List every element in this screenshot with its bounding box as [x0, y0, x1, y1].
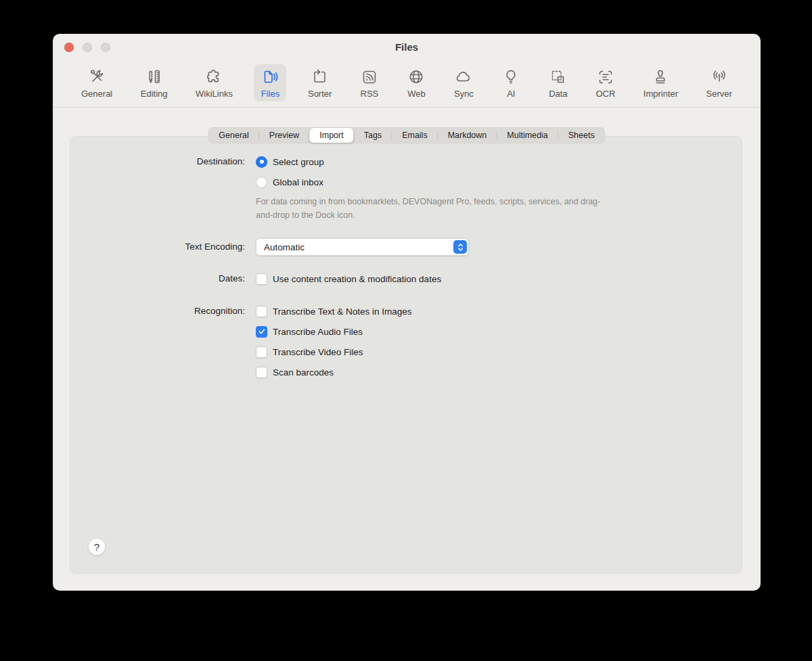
toolbar-item-files[interactable]: Files [254, 64, 286, 101]
toolbar-item-general[interactable]: General [74, 64, 119, 101]
tab-import[interactable]: Import [309, 128, 353, 143]
toolbar-item-label: RSS [361, 89, 379, 99]
rss-icon [360, 68, 379, 87]
checkbox-label: Transcribe Audio Files [273, 327, 363, 337]
desktop-background: Files General Editing WikiLinks Files [0, 0, 812, 661]
checkbox-label: Use content creation & modification date… [273, 274, 441, 284]
toolbar-item-label: Sync [454, 89, 474, 99]
dates-row: Dates: Use content creation & modificati… [70, 271, 742, 287]
checkbox-icon[interactable] [256, 273, 267, 285]
recognition-row: Recognition: Transcribe Text & Notes in … [70, 301, 742, 382]
help-button[interactable]: ? [88, 538, 106, 555]
tab-bar: General Preview Import Tags Emails Markd… [208, 127, 605, 143]
toolbar-item-label: AI [507, 89, 515, 99]
destination-label: Destination: [70, 152, 250, 172]
popup-chevrons-icon [453, 240, 467, 254]
radio-global-inbox[interactable]: Global inbox [256, 172, 601, 192]
toolbar-item-web[interactable]: Web [400, 64, 432, 101]
radio-button-icon[interactable] [256, 177, 267, 188]
import-settings-form: Destination: Select group Global inbox F… [70, 136, 742, 382]
title-bar[interactable]: Files [53, 34, 761, 60]
toolbar-item-ai[interactable]: AI [495, 64, 527, 101]
checkbox-scan-barcodes[interactable]: Scan barcodes [256, 362, 412, 382]
radio-label: Select group [273, 157, 324, 167]
document-waves-icon [261, 68, 279, 87]
toolbar-item-wikilinks[interactable]: WikiLinks [189, 64, 240, 101]
tab-sheets[interactable]: Sheets [558, 128, 605, 143]
preferences-content: Destination: Select group Global inbox F… [53, 108, 761, 591]
checkbox-icon[interactable] [256, 346, 267, 358]
checkbox-icon[interactable] [256, 367, 267, 378]
toolbar-item-data[interactable]: Data [542, 64, 574, 101]
window-title: Files [53, 41, 761, 53]
toolbar-item-sync[interactable]: Sync [447, 64, 480, 101]
toolbar-item-label: Sorter [308, 89, 332, 99]
cloud-icon [454, 68, 473, 87]
antenna-waves-icon [710, 68, 729, 87]
toolbar-item-imprinter[interactable]: Imprinter [637, 64, 685, 101]
lightbulb-icon [501, 68, 520, 87]
dates-label: Dates: [70, 271, 250, 287]
checkbox-label: Scan barcodes [273, 367, 334, 378]
preferences-toolbar: General Editing WikiLinks Files Sorter R [53, 60, 761, 107]
toolbar-item-sorter[interactable]: Sorter [301, 64, 338, 101]
checkbox-transcribe-audio[interactable]: Transcribe Audio Files [256, 321, 412, 342]
checkbox-label: Transcribe Video Files [273, 347, 363, 357]
pencil-ruler-icon [145, 68, 164, 87]
toolbar-item-rss[interactable]: RSS [353, 64, 386, 101]
checkbox-content-dates[interactable]: Use content creation & modification date… [256, 271, 441, 287]
toolbar-item-label: Data [549, 89, 567, 99]
toolbar-item-label: Imprinter [644, 89, 678, 99]
text-encoding-row: Text Encoding: Automatic [70, 238, 742, 256]
text-scan-icon [596, 68, 615, 87]
radio-label: Global inbox [273, 177, 323, 187]
checkbox-label: Transcribe Text & Notes in Images [273, 306, 412, 317]
checkbox-checked-icon[interactable] [256, 326, 267, 338]
globe-icon [407, 68, 426, 87]
recognition-label: Recognition: [70, 301, 250, 321]
text-encoding-select[interactable]: Automatic [256, 238, 469, 256]
wrench-screwdriver-icon [87, 68, 106, 87]
toolbar-item-label: WikiLinks [196, 89, 233, 99]
tab-multimedia[interactable]: Multimedia [497, 128, 558, 143]
destination-row: Destination: Select group Global inbox F… [70, 152, 742, 222]
tab-markdown[interactable]: Markdown [438, 128, 497, 143]
toolbar-item-label: General [81, 89, 112, 99]
toolbar-item-label: Files [261, 89, 279, 99]
toolbar-item-editing[interactable]: Editing [134, 64, 175, 101]
arrow-into-box-icon [311, 68, 330, 87]
checkbox-transcribe-video[interactable]: Transcribe Video Files [256, 342, 412, 362]
text-encoding-label: Text Encoding: [70, 238, 250, 256]
tab-general[interactable]: General [208, 128, 258, 143]
import-pane-panel: Destination: Select group Global inbox F… [70, 136, 742, 574]
tab-tags[interactable]: Tags [354, 128, 392, 143]
puzzle-piece-icon [204, 68, 223, 87]
toolbar-item-label: OCR [595, 89, 615, 99]
toolbar-item-label: Server [706, 89, 732, 99]
tab-preview[interactable]: Preview [259, 128, 309, 143]
text-encoding-value: Automatic [264, 242, 304, 252]
stamp-icon [651, 68, 670, 87]
toolbar-item-label: Editing [141, 89, 168, 99]
tab-emails[interactable]: Emails [392, 128, 438, 143]
toolbar-item-server[interactable]: Server [700, 64, 739, 101]
checkbox-transcribe-text-images[interactable]: Transcribe Text & Notes in Images [256, 301, 412, 321]
destination-help-text: For data coming in from bookmarklets, DE… [256, 195, 601, 222]
radio-select-group[interactable]: Select group [256, 152, 601, 172]
radio-button-icon[interactable] [256, 156, 267, 168]
toolbar-item-ocr[interactable]: OCR [589, 64, 622, 101]
toolbar-item-label: Web [407, 89, 426, 99]
selection-square-icon [549, 68, 568, 87]
checkbox-icon[interactable] [256, 306, 267, 317]
preferences-window: Files General Editing WikiLinks Files [53, 34, 761, 591]
